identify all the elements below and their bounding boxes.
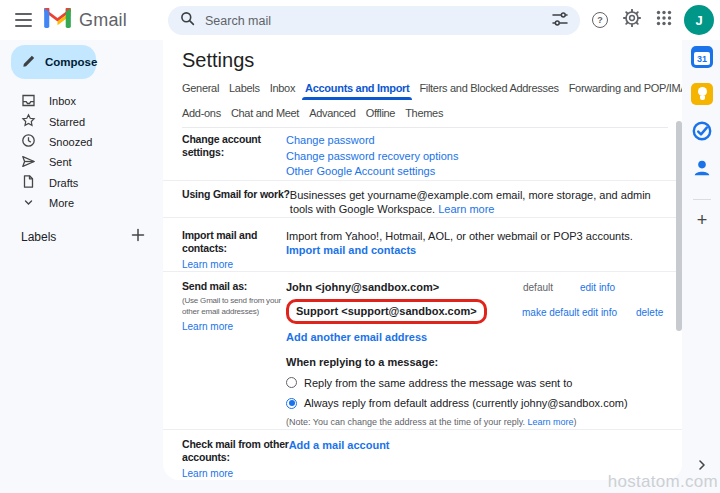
contacts-icon[interactable] [684,157,720,179]
compose-label: Compose [45,56,97,68]
calendar-icon[interactable]: 31 [684,46,720,68]
sidebar-item-sent[interactable]: Sent [0,152,163,172]
labels-section-header: Labels [0,228,163,245]
import-description: Import from Yahoo!, Hotmail, AOL, or oth… [286,229,668,244]
help-icon[interactable]: ? [592,12,608,28]
tab-addons[interactable]: Add-ons [182,107,221,120]
tab-filters[interactable]: Filters and Blocked Addresses [419,82,558,95]
highlight-annotation-box: Support <support@sandbox.com> [286,299,487,325]
page-title: Settings [182,49,682,72]
keep-icon[interactable] [684,83,720,105]
row-label: Send mail as: (Use Gmail to send from yo… [182,280,286,430]
tab-chat-and-meet[interactable]: Chat and Meet [231,107,299,120]
row-label: Import mail and contacts: Learn more [182,229,286,271]
top-header: Gmail ? [0,0,720,40]
left-sidebar: Compose Inbox Starred Snoozed Sent Draft… [0,40,163,493]
header-actions: ? [592,0,672,40]
settings-panel: Settings General Labels Inbox Accounts a… [163,40,682,480]
reply-same-address-option[interactable]: Reply from the same address the message … [286,376,668,391]
compose-button[interactable]: Compose [11,45,96,79]
vertical-scrollbar[interactable] [676,121,682,331]
search-bar[interactable] [168,6,580,35]
row-send-mail-as: Send mail as: (Use Gmail to send from yo… [163,272,682,431]
other-google-account-settings-link[interactable]: Other Google Account settings [286,165,435,177]
pencil-icon [22,53,37,72]
side-panel-rail: 31 + [684,40,720,493]
radio-selected-icon[interactable] [286,398,297,409]
watermark: hostatom.com [608,472,718,492]
radio-label: Reply from the same address the message … [304,376,572,391]
show-side-panel-icon[interactable] [684,458,720,472]
tab-advanced[interactable]: Advanced [309,107,356,120]
account-name: Support <support@sandbox.com> [296,305,477,317]
edit-info-link[interactable]: edit info [580,281,615,296]
row-using-gmail-for-work: Using Gmail for work? Businesses get you… [163,181,682,218]
sidebar-item-drafts[interactable]: Drafts [0,173,163,193]
learn-more-link[interactable]: Learn more [182,320,233,333]
send-as-account-row: Support <support@sandbox.com> make defau… [286,299,668,325]
sidebar-nav: Inbox Starred Snoozed Sent Drafts More [0,91,163,213]
sidebar-item-snoozed[interactable]: Snoozed [0,132,163,152]
learn-more-link[interactable]: Learn more [182,258,233,271]
reply-default-address-option[interactable]: Always reply from default address (curre… [286,396,668,411]
delete-link[interactable]: delete [636,306,663,321]
tasks-icon[interactable] [684,120,720,142]
sidebar-item-label: Sent [49,156,72,168]
search-input[interactable] [205,14,552,28]
search-icon[interactable] [180,11,195,30]
change-password-link[interactable]: Change password [286,134,375,146]
app-name: Gmail [79,10,127,31]
add-another-email-link[interactable]: Add another email address [286,331,427,343]
tab-offline[interactable]: Offline [366,107,396,120]
make-default-link[interactable]: make default [522,306,579,321]
row-change-account-settings: Change account settings: Change password… [163,128,682,181]
divider [693,199,711,200]
sidebar-item-label: Starred [49,116,85,128]
row-label: Check mail from other accounts: Learn mo… [182,438,289,480]
edit-info-link[interactable]: edit info [582,306,617,321]
tab-inbox[interactable]: Inbox [270,82,295,95]
sidebar-item-more[interactable]: More [0,193,163,213]
add-mail-account-link[interactable]: Add a mail account [289,439,390,451]
settings-gear-icon[interactable] [623,9,641,31]
create-label-icon[interactable] [131,228,145,245]
default-badge: default [523,281,553,296]
learn-more-link[interactable]: Learn more [182,467,233,480]
gmail-logo: Gmail [44,8,127,32]
settings-tabs-row2: Add-ons Chat and Meet Advanced Offline T… [182,107,682,120]
search-options-icon[interactable] [552,12,568,30]
radio-unselected-icon[interactable] [286,377,297,388]
import-mail-and-contacts-link[interactable]: Import mail and contacts [286,244,416,256]
star-icon [21,113,36,130]
change-password-recovery-link[interactable]: Change password recovery options [286,150,458,162]
tab-labels[interactable]: Labels [229,82,260,95]
sidebar-item-inbox[interactable]: Inbox [0,91,163,111]
learn-more-link[interactable]: Learn more [438,203,494,215]
sidebar-item-starred[interactable]: Starred [0,111,163,131]
tab-general[interactable]: General [182,82,219,95]
tab-forwarding[interactable]: Forwarding and POP/IMAP [569,82,682,95]
sidebar-item-label: Snoozed [49,136,92,148]
sidebar-item-label: Inbox [49,95,76,107]
send-as-account-row: John <johny@sandbox.com> default edit in… [286,280,668,298]
tab-themes[interactable]: Themes [405,107,443,120]
gmail-m-icon [44,8,71,32]
apps-grid-icon[interactable] [656,10,672,30]
tab-accounts-and-import[interactable]: Accounts and Import [305,82,409,95]
account-avatar[interactable]: J [684,5,714,35]
send-icon [21,154,36,171]
sidebar-item-label: Drafts [49,177,78,189]
hamburger-menu-icon[interactable] [15,13,32,27]
learn-more-link[interactable]: Learn more [527,417,573,427]
get-addons-icon[interactable]: + [684,212,720,228]
row-label: Using Gmail for work? [182,188,290,217]
settings-tabs-row1: General Labels Inbox Accounts and Import… [182,82,682,95]
row-import-mail-and-contacts: Import mail and contacts: Learn more Imp… [163,218,682,272]
chevron-down-icon [21,195,36,212]
labels-title: Labels [21,230,56,244]
radio-label: Always reply from default address (curre… [304,396,628,411]
clock-icon [21,133,36,150]
gmail-settings-page: Gmail ? [0,0,720,493]
inbox-icon [21,93,36,110]
reply-options-title: When replying to a message: [286,355,668,370]
